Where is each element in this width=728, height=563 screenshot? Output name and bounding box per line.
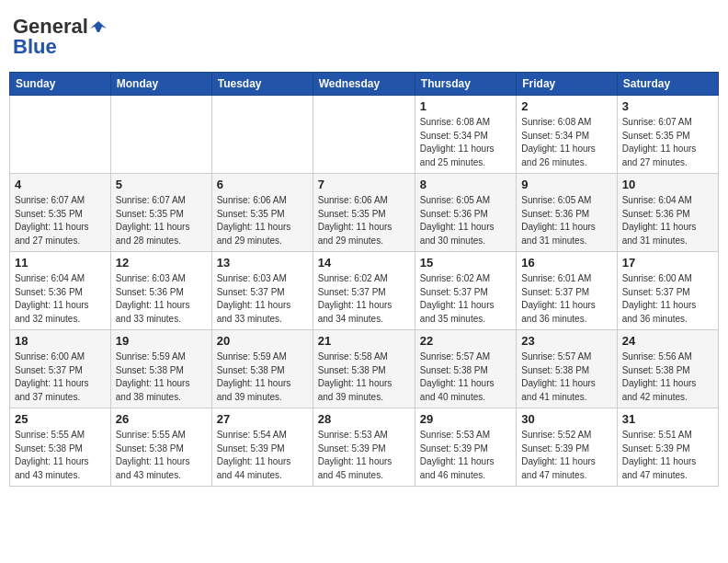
day-number: 18 (15, 334, 106, 348)
day-number: 11 (15, 256, 106, 270)
calendar-cell: 15Sunrise: 6:02 AM Sunset: 5:37 PM Dayli… (415, 252, 516, 330)
calendar-cell: 13Sunrise: 6:03 AM Sunset: 5:37 PM Dayli… (211, 252, 313, 330)
col-header-wednesday: Wednesday (313, 73, 415, 96)
day-info: Sunrise: 6:00 AM Sunset: 5:37 PM Dayligh… (622, 272, 713, 326)
day-number: 10 (622, 178, 713, 191)
day-number: 1 (420, 99, 511, 113)
day-info: Sunrise: 6:02 AM Sunset: 5:37 PM Dayligh… (318, 272, 410, 326)
calendar-cell: 16Sunrise: 6:01 AM Sunset: 5:37 PM Dayli… (517, 252, 617, 330)
day-number: 22 (420, 334, 511, 348)
day-number: 6 (217, 178, 308, 191)
day-info: Sunrise: 6:06 AM Sunset: 5:35 PM Dayligh… (318, 194, 410, 247)
day-number: 14 (318, 256, 410, 270)
day-info: Sunrise: 6:07 AM Sunset: 5:35 PM Dayligh… (116, 194, 207, 247)
day-number: 3 (622, 99, 713, 113)
calendar-cell: 19Sunrise: 5:59 AM Sunset: 5:38 PM Dayli… (110, 330, 211, 408)
day-info: Sunrise: 5:56 AM Sunset: 5:38 PM Dayligh… (622, 350, 713, 404)
calendar-cell: 18Sunrise: 6:00 AM Sunset: 5:37 PM Dayli… (10, 330, 111, 408)
calendar-cell: 29Sunrise: 5:53 AM Sunset: 5:39 PM Dayli… (415, 408, 516, 487)
calendar-cell: 9Sunrise: 6:05 AM Sunset: 5:36 PM Daylig… (517, 174, 617, 252)
calendar-cell: 20Sunrise: 5:59 AM Sunset: 5:38 PM Dayli… (211, 330, 313, 408)
day-number: 29 (420, 412, 511, 426)
day-info: Sunrise: 5:57 AM Sunset: 5:38 PM Dayligh… (420, 350, 511, 404)
calendar-header-row: SundayMondayTuesdayWednesdayThursdayFrid… (10, 73, 719, 96)
calendar-week-row: 1Sunrise: 6:08 AM Sunset: 5:34 PM Daylig… (10, 96, 719, 174)
day-info: Sunrise: 5:53 AM Sunset: 5:39 PM Dayligh… (318, 429, 410, 482)
calendar-week-row: 25Sunrise: 5:55 AM Sunset: 5:38 PM Dayli… (10, 408, 719, 487)
day-info: Sunrise: 6:05 AM Sunset: 5:36 PM Dayligh… (420, 194, 511, 247)
calendar-cell: 8Sunrise: 6:05 AM Sunset: 5:36 PM Daylig… (415, 174, 516, 252)
day-number: 23 (521, 334, 611, 348)
day-number: 8 (420, 178, 511, 191)
day-number: 25 (15, 412, 106, 426)
calendar-cell (10, 96, 111, 174)
calendar-cell (211, 96, 313, 174)
calendar-cell: 30Sunrise: 5:52 AM Sunset: 5:39 PM Dayli… (517, 408, 617, 487)
day-info: Sunrise: 6:01 AM Sunset: 5:37 PM Dayligh… (521, 272, 611, 326)
day-number: 9 (521, 178, 611, 191)
calendar-week-row: 11Sunrise: 6:04 AM Sunset: 5:36 PM Dayli… (10, 252, 719, 330)
calendar-cell: 17Sunrise: 6:00 AM Sunset: 5:37 PM Dayli… (617, 252, 718, 330)
day-number: 20 (217, 334, 308, 348)
day-number: 28 (318, 412, 410, 426)
day-number: 21 (318, 334, 410, 348)
col-header-sunday: Sunday (10, 73, 111, 96)
calendar-cell: 10Sunrise: 6:04 AM Sunset: 5:36 PM Dayli… (617, 174, 718, 252)
col-header-tuesday: Tuesday (211, 73, 313, 96)
day-info: Sunrise: 5:58 AM Sunset: 5:38 PM Dayligh… (318, 350, 410, 404)
day-info: Sunrise: 6:07 AM Sunset: 5:35 PM Dayligh… (15, 194, 106, 247)
calendar-cell: 23Sunrise: 5:57 AM Sunset: 5:38 PM Dayli… (517, 330, 617, 408)
day-info: Sunrise: 5:57 AM Sunset: 5:38 PM Dayligh… (521, 350, 611, 404)
logo: General Blue (13, 15, 107, 59)
calendar-cell: 5Sunrise: 6:07 AM Sunset: 5:35 PM Daylig… (110, 174, 211, 252)
day-info: Sunrise: 6:07 AM Sunset: 5:35 PM Dayligh… (622, 116, 713, 169)
day-number: 17 (622, 256, 713, 270)
col-header-saturday: Saturday (617, 73, 718, 96)
day-info: Sunrise: 6:05 AM Sunset: 5:36 PM Dayligh… (521, 194, 611, 247)
day-info: Sunrise: 6:04 AM Sunset: 5:36 PM Dayligh… (15, 272, 106, 326)
page-header: General Blue (9, 9, 719, 64)
calendar-cell: 1Sunrise: 6:08 AM Sunset: 5:34 PM Daylig… (415, 96, 516, 174)
day-number: 7 (318, 178, 410, 191)
day-number: 2 (521, 99, 611, 113)
logo-blue-text: Blue (13, 35, 57, 59)
day-info: Sunrise: 6:00 AM Sunset: 5:37 PM Dayligh… (15, 350, 106, 404)
day-info: Sunrise: 5:54 AM Sunset: 5:39 PM Dayligh… (217, 429, 308, 482)
day-info: Sunrise: 5:52 AM Sunset: 5:39 PM Dayligh… (521, 429, 611, 482)
calendar-cell: 11Sunrise: 6:04 AM Sunset: 5:36 PM Dayli… (10, 252, 111, 330)
calendar-cell: 31Sunrise: 5:51 AM Sunset: 5:39 PM Dayli… (617, 408, 718, 487)
calendar-cell: 12Sunrise: 6:03 AM Sunset: 5:36 PM Dayli… (110, 252, 211, 330)
day-info: Sunrise: 5:55 AM Sunset: 5:38 PM Dayligh… (15, 429, 106, 482)
day-number: 27 (217, 412, 308, 426)
day-info: Sunrise: 5:55 AM Sunset: 5:38 PM Dayligh… (116, 429, 207, 482)
col-header-monday: Monday (110, 73, 211, 96)
logo-bird-icon (90, 19, 107, 34)
day-number: 13 (217, 256, 308, 270)
day-number: 26 (116, 412, 207, 426)
day-info: Sunrise: 6:02 AM Sunset: 5:37 PM Dayligh… (420, 272, 511, 326)
calendar-cell: 4Sunrise: 6:07 AM Sunset: 5:35 PM Daylig… (10, 174, 111, 252)
day-number: 5 (116, 178, 207, 191)
calendar-cell: 6Sunrise: 6:06 AM Sunset: 5:35 PM Daylig… (211, 174, 313, 252)
day-info: Sunrise: 6:08 AM Sunset: 5:34 PM Dayligh… (521, 116, 611, 169)
day-info: Sunrise: 6:06 AM Sunset: 5:35 PM Dayligh… (217, 194, 308, 247)
calendar-cell: 24Sunrise: 5:56 AM Sunset: 5:38 PM Dayli… (617, 330, 718, 408)
calendar-cell: 25Sunrise: 5:55 AM Sunset: 5:38 PM Dayli… (10, 408, 111, 487)
calendar-week-row: 4Sunrise: 6:07 AM Sunset: 5:35 PM Daylig… (10, 174, 719, 252)
calendar-cell: 7Sunrise: 6:06 AM Sunset: 5:35 PM Daylig… (313, 174, 415, 252)
calendar-cell: 2Sunrise: 6:08 AM Sunset: 5:34 PM Daylig… (517, 96, 617, 174)
day-number: 30 (521, 412, 611, 426)
svg-marker-0 (90, 21, 107, 32)
calendar-cell: 22Sunrise: 5:57 AM Sunset: 5:38 PM Dayli… (415, 330, 516, 408)
day-number: 31 (622, 412, 713, 426)
calendar-cell: 26Sunrise: 5:55 AM Sunset: 5:38 PM Dayli… (110, 408, 211, 487)
day-number: 16 (521, 256, 611, 270)
calendar-cell: 27Sunrise: 5:54 AM Sunset: 5:39 PM Dayli… (211, 408, 313, 487)
col-header-friday: Friday (517, 73, 617, 96)
day-info: Sunrise: 6:08 AM Sunset: 5:34 PM Dayligh… (420, 116, 511, 169)
calendar-week-row: 18Sunrise: 6:00 AM Sunset: 5:37 PM Dayli… (10, 330, 719, 408)
day-info: Sunrise: 5:59 AM Sunset: 5:38 PM Dayligh… (116, 350, 207, 404)
day-info: Sunrise: 5:53 AM Sunset: 5:39 PM Dayligh… (420, 429, 511, 482)
day-info: Sunrise: 6:03 AM Sunset: 5:36 PM Dayligh… (116, 272, 207, 326)
day-info: Sunrise: 6:03 AM Sunset: 5:37 PM Dayligh… (217, 272, 308, 326)
